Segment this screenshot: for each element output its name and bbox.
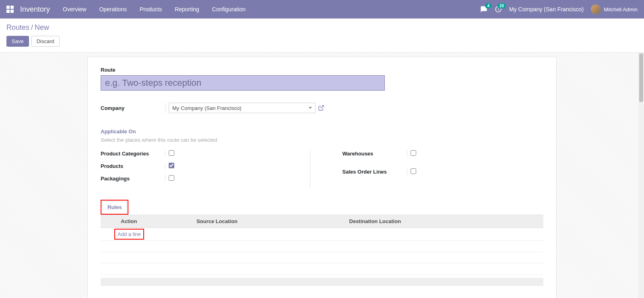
nav-configuration[interactable]: Configuration	[212, 6, 246, 12]
company-value: My Company (San Francisco)	[172, 105, 242, 111]
add-line-link[interactable]: Add a line	[118, 231, 141, 237]
save-button[interactable]: Save	[6, 36, 29, 47]
applicable-on-hint: Select the places where this route can b…	[101, 137, 543, 143]
apps-icon[interactable]	[6, 6, 14, 13]
th-destination: Destination Location	[345, 215, 531, 228]
avatar	[591, 4, 601, 14]
warehouses-checkbox[interactable]	[411, 150, 416, 156]
form-area: ▲ Route Company My Company (San Francisc…	[0, 53, 644, 298]
sales-order-lines-row: Sales Order Lines	[343, 168, 544, 175]
company-label: Company	[101, 105, 165, 111]
packagings-row: Packagings	[101, 175, 302, 182]
tabs: Rules	[101, 200, 543, 215]
nav-products[interactable]: Products	[140, 6, 162, 12]
external-link-icon[interactable]	[318, 105, 324, 111]
discard-button[interactable]: Discard	[31, 36, 60, 47]
messages-badge: 4	[485, 3, 491, 8]
company-select[interactable]: My Company (San Francisco)	[169, 103, 316, 113]
applicable-grid: Product Categories Products Packagings W…	[101, 150, 543, 188]
sales-order-lines-label: Sales Order Lines	[343, 169, 407, 175]
breadcrumb-current: New	[35, 23, 49, 31]
scrollbar[interactable]: ▲	[638, 53, 644, 298]
app-title[interactable]: Inventory	[20, 5, 50, 14]
scrollbar-thumb[interactable]	[639, 54, 643, 102]
packagings-checkbox[interactable]	[169, 175, 174, 181]
table-footer-bar	[101, 278, 543, 286]
breadcrumb-separator: /	[31, 23, 33, 31]
breadcrumb: Routes/New	[6, 23, 638, 32]
warehouses-label: Warehouses	[343, 151, 407, 157]
route-label: Route	[101, 67, 543, 73]
th-action: Action	[117, 215, 192, 228]
action-buttons: Save Discard	[6, 36, 638, 47]
top-navbar: Inventory Overview Operations Products R…	[0, 0, 644, 19]
control-panel: Routes/New Save Discard	[0, 19, 644, 53]
product-categories-row: Product Categories	[101, 150, 302, 157]
navbar-right: 4 20 My Company (San Francisco) Mitchell…	[480, 4, 638, 14]
user-menu[interactable]: Mitchell Admin	[591, 4, 638, 14]
applicable-on-title: Applicable On	[101, 128, 543, 135]
applicable-col-right: Warehouses Sales Order Lines	[343, 150, 544, 188]
products-label: Products	[101, 163, 165, 169]
rules-tab-highlight: Rules	[101, 200, 128, 215]
breadcrumb-parent[interactable]: Routes	[6, 23, 29, 31]
table-empty-row	[101, 252, 543, 263]
th-handle	[101, 215, 117, 228]
activities-badge: 20	[497, 3, 506, 8]
warehouses-row: Warehouses	[343, 150, 544, 157]
add-line-highlight: Add a line	[114, 229, 144, 240]
add-line-row: Add a line	[101, 228, 543, 241]
company-field-wrap: My Company (San Francisco)	[165, 103, 324, 113]
nav-reporting[interactable]: Reporting	[175, 6, 199, 12]
applicable-col-left: Product Categories Products Packagings	[101, 150, 310, 188]
svg-line-0	[321, 106, 324, 108]
sales-order-lines-checkbox[interactable]	[411, 168, 416, 174]
user-name: Mitchell Admin	[604, 6, 638, 12]
th-delete	[531, 215, 543, 228]
product-categories-checkbox[interactable]	[169, 150, 174, 156]
product-categories-label: Product Categories	[101, 151, 165, 157]
navbar-left: Inventory Overview Operations Products R…	[6, 5, 246, 14]
packagings-label: Packagings	[101, 176, 165, 182]
table-empty-row	[101, 241, 543, 252]
products-row: Products	[101, 163, 302, 170]
th-source: Source Location	[192, 215, 345, 228]
activities-icon[interactable]: 20	[495, 6, 502, 13]
company-row: Company My Company (San Francisco)	[101, 103, 543, 113]
nav-menu: Overview Operations Products Reporting C…	[63, 6, 246, 12]
messages-icon[interactable]: 4	[480, 6, 487, 13]
rules-table: Action Source Location Destination Locat…	[101, 215, 543, 275]
table-empty-row	[101, 263, 543, 275]
nav-operations[interactable]: Operations	[99, 6, 126, 12]
route-input[interactable]	[101, 75, 385, 91]
tab-rules[interactable]: Rules	[102, 201, 127, 213]
products-checkbox[interactable]	[169, 163, 174, 168]
nav-overview[interactable]: Overview	[63, 6, 86, 12]
form-sheet: Route Company My Company (San Francisco)…	[87, 57, 557, 298]
company-switcher[interactable]: My Company (San Francisco)	[509, 6, 584, 12]
